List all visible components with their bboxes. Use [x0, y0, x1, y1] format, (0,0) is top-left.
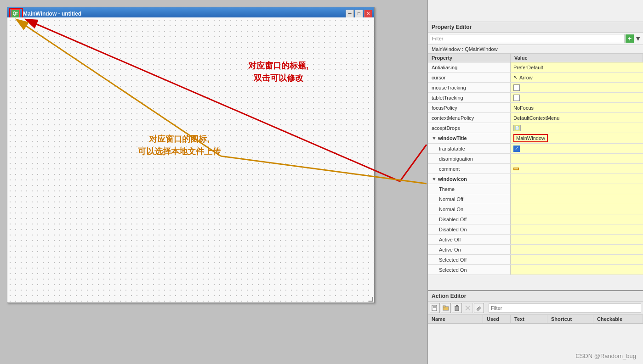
windowtitle-expand-arrow[interactable]: ▼ — [432, 135, 437, 141]
prop-val-normaloff[interactable] — [511, 194, 643, 204]
qt-window-controls: ─ □ ✕ — [346, 10, 372, 18]
prop-row-normalon: Normal On — [428, 204, 643, 214]
prop-name-selectedon: Selected On — [428, 265, 511, 274]
prop-name-normaloff: Normal Off — [428, 194, 511, 204]
prop-row-activeon: Active On — [428, 245, 643, 255]
prop-name-comment: comment — [428, 164, 511, 174]
prop-row-selectedon: Selected On — [428, 265, 643, 275]
prop-row-translatable: translatable ✓ — [428, 144, 643, 154]
svg-line-3 — [400, 145, 427, 181]
prop-row-tablettracking: tabletTracking — [428, 93, 643, 103]
prop-val-theme[interactable] — [511, 184, 643, 194]
windowicon-expand-arrow[interactable]: ▼ — [432, 176, 437, 182]
action-col-shortcut: Shortcut — [547, 315, 593, 323]
cursor-arrow-icon: ↖ — [513, 74, 518, 80]
action-col-used: Used — [483, 315, 511, 323]
action-table-header: Name Used Text Shortcut Checkable — [428, 315, 643, 324]
prop-row-windowtitle: ▼ windowTitle MainWindow — [428, 133, 643, 144]
prop-name-disambiguation: disambiguation — [428, 154, 511, 163]
prop-name-theme: Theme — [428, 184, 511, 194]
prop-val-tablettracking[interactable] — [511, 93, 643, 102]
property-menu-icon[interactable]: ▼ — [635, 35, 641, 42]
prop-val-activeoff[interactable] — [511, 235, 643, 244]
prop-val-activeon[interactable] — [511, 245, 643, 254]
prop-val-disabledon[interactable] — [511, 224, 643, 234]
prop-name-activeoff: Active Off — [428, 235, 511, 244]
prop-val-mousetracking[interactable] — [511, 83, 643, 92]
property-add-button[interactable]: + — [626, 34, 634, 43]
prop-name-windowicon: ▼ windowIcon — [428, 174, 511, 184]
prop-name-selectedoff: Selected Off — [428, 255, 511, 264]
prop-name-disabledon: Disabled On — [428, 224, 511, 234]
prop-val-translatable[interactable]: ✓ — [511, 144, 643, 153]
prop-val-focuspolicy[interactable]: NoFocus — [511, 103, 643, 112]
qt-central-widget — [7, 17, 374, 302]
prop-val-disabledoff[interactable] — [511, 214, 643, 224]
prop-name-cursor: cursor — [428, 73, 511, 82]
qt-close-btn[interactable]: ✕ — [364, 10, 372, 18]
prop-row-acceptdrops: acceptDrops 📄 — [428, 123, 643, 133]
prop-row-disabledon: Disabled On — [428, 224, 643, 235]
prop-name-focuspolicy: focusPolicy — [428, 103, 511, 112]
property-table: Property Value Antialiasing PreferDefaul… — [428, 54, 643, 290]
prop-val-selectedoff[interactable] — [511, 255, 643, 264]
qt-minimize-btn[interactable]: ─ — [346, 10, 354, 18]
prop-val-comment[interactable] — [511, 164, 643, 174]
mousetracking-checkbox[interactable] — [513, 84, 520, 91]
translatable-checkbox[interactable]: ✓ — [513, 146, 520, 152]
property-editor-header: Property Editor — [428, 22, 643, 33]
prop-val-disambiguation[interactable] — [511, 154, 643, 163]
tablettracking-checkbox[interactable] — [513, 95, 520, 101]
property-filter-input[interactable] — [430, 34, 625, 43]
canvas-area: Qt MainWindow - untitled ─ □ ✕ Type Here — [0, 0, 427, 364]
acceptdrops-file-icon: 📄 — [513, 125, 521, 131]
prop-row-normaloff: Normal Off — [428, 194, 643, 204]
prop-val-selectedon[interactable] — [511, 265, 643, 274]
prop-col-value: Value — [511, 54, 643, 62]
prop-name-activeon: Active On — [428, 245, 511, 254]
prop-row-windowicon: ▼ windowIcon — [428, 174, 643, 184]
prop-name-windowtitle: ▼ windowTitle — [428, 133, 511, 143]
action-delete-btn[interactable] — [452, 303, 462, 313]
property-table-header: Property Value — [428, 54, 643, 62]
prop-name-contextmenupolicy: contextMenuPolicy — [428, 113, 511, 123]
prop-name-disabledoff: Disabled Off — [428, 214, 511, 224]
resize-handle[interactable] — [369, 297, 373, 302]
action-col-name: Name — [428, 315, 483, 323]
prop-name-normalon: Normal On — [428, 204, 511, 214]
top-spacer — [428, 0, 643, 22]
action-new-btn[interactable] — [430, 303, 440, 313]
prop-name-mousetracking: mouseTracking — [428, 83, 511, 92]
prop-val-antialiasing[interactable]: PreferDefault — [511, 62, 643, 72]
svg-rect-11 — [455, 307, 459, 311]
prop-row-cursor: cursor ↖ Arrow — [428, 73, 643, 83]
prop-val-contextmenupolicy[interactable]: DefaultContextMenu — [511, 113, 643, 123]
prop-row-theme: Theme — [428, 184, 643, 194]
qt-window-title: MainWindow - untitled — [23, 11, 346, 17]
action-open-btn[interactable] — [441, 303, 451, 313]
prop-val-normalon[interactable] — [511, 204, 643, 214]
prop-val-cursor[interactable]: ↖ Arrow — [511, 73, 643, 82]
prop-row-antialiasing: Antialiasing PreferDefault — [428, 62, 643, 73]
action-filter-input[interactable] — [489, 303, 641, 313]
prop-val-windowtitle[interactable]: MainWindow — [511, 133, 643, 143]
prop-col-property: Property — [428, 54, 511, 62]
annotation-icon-text: 对应窗口的图标, 可以选择本地文件上传 — [138, 133, 221, 158]
comment-orange-box — [513, 168, 519, 170]
prop-val-windowicon[interactable] — [511, 174, 643, 184]
property-filter-row: + ▼ — [428, 33, 643, 45]
svg-rect-10 — [443, 306, 445, 307]
prop-row-comment: comment — [428, 164, 643, 174]
qt-maximize-btn[interactable]: □ — [355, 10, 363, 18]
property-editor: Property Editor + ▼ MainWindow : QMainWi… — [428, 22, 643, 291]
prop-val-acceptdrops[interactable]: 📄 — [511, 123, 643, 133]
action-col-text: Text — [511, 315, 547, 323]
prop-name-translatable: translatable — [428, 144, 511, 153]
prop-name-tablettracking: tabletTracking — [428, 93, 511, 102]
action-edit-btn[interactable] — [474, 303, 484, 313]
qt-window-icon: Qt — [11, 9, 20, 18]
action-editor-header: Action Editor — [428, 291, 643, 302]
prop-name-acceptdrops: acceptDrops — [428, 123, 511, 133]
svg-rect-6 — [432, 305, 437, 311]
prop-row-activeoff: Active Off — [428, 235, 643, 245]
